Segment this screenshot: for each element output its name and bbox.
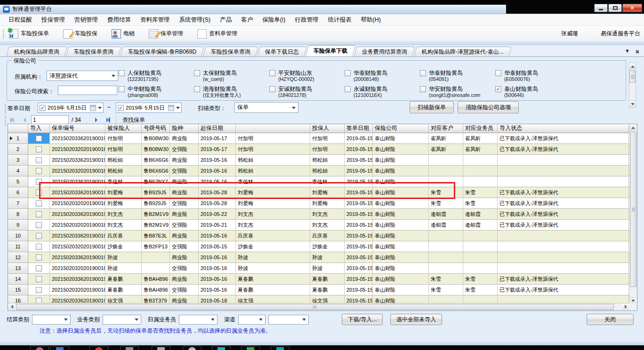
cell-owner_name[interactable]: 孙波: [236, 252, 310, 263]
cell-salesman[interactable]: 朱雪: [463, 198, 498, 209]
cell-insurer[interactable]: 泰山财险: [373, 155, 429, 166]
cell-applicant[interactable]: 刘文杰: [310, 220, 345, 231]
chevron-down-icon[interactable]: [98, 107, 102, 111]
cell-start_date[interactable]: 2019-05-18: [199, 295, 236, 303]
row-header[interactable]: 4: [8, 166, 28, 176]
cell-plate_no[interactable]: 鲁B6X6G6: [142, 166, 170, 176]
cell-start_date[interactable]: 2019-05-22: [199, 209, 236, 220]
cell-customer[interactable]: 朱雪: [429, 274, 463, 285]
cell-salesman[interactable]: 逄朝霞: [463, 209, 498, 220]
cell-owner_name[interactable]: 沙焕金: [236, 241, 310, 252]
cell-policy_no[interactable]: 202150203362019001948: [50, 295, 105, 303]
cell-start_date[interactable]: 2019-05-16: [199, 252, 236, 263]
cell-risk_type[interactable]: 商业险: [170, 209, 199, 220]
cell-policy_no[interactable]: 202150203362019001934: [50, 252, 105, 263]
cell-policy_no[interactable]: 202150203202019001851: [50, 285, 105, 295]
cell-insurer[interactable]: 泰山财险: [373, 231, 429, 241]
cell-start_date[interactable]: 2019-05-16: [199, 231, 236, 241]
taskbar-item-8[interactable]: [271, 346, 290, 350]
cell-import_status[interactable]: [498, 166, 629, 176]
cell-sign_date[interactable]: 2019-05-15: [345, 220, 373, 231]
scroll-down-icon[interactable]: [629, 101, 636, 107]
car-policy-edit-button[interactable]: 车险投保: [61, 28, 99, 40]
checkbox-icon[interactable]: [36, 211, 42, 217]
taskbar-item-3[interactable]: [120, 346, 139, 350]
channel-sub-combo[interactable]: [268, 315, 309, 325]
checkbox-icon[interactable]: [36, 276, 42, 282]
cell-salesman[interactable]: [463, 176, 498, 187]
cell-owner_name[interactable]: 刘文杰: [236, 209, 310, 220]
row-header[interactable]: 16: [8, 295, 28, 303]
cell-insurer[interactable]: 泰山财险: [373, 263, 429, 274]
cell-plate_no[interactable]: 鲁BAH896: [142, 274, 170, 285]
menu-item-4[interactable]: 资料库管理: [136, 15, 175, 25]
cell-insured[interactable]: 韩松娟: [105, 166, 142, 176]
menu-item-0[interactable]: 日程提醒: [4, 15, 37, 25]
row-header[interactable]: 1: [8, 133, 28, 143]
cell-import_status[interactable]: [498, 241, 629, 252]
checkbox-icon[interactable]: [119, 86, 125, 92]
cell-applicant[interactable]: 吕庆喜: [310, 231, 345, 241]
cell-import_status[interactable]: 已下载或录入-泽慧源保代: [498, 144, 629, 155]
cell-sign_date[interactable]: 2019-05-15: [345, 231, 373, 241]
company-checkbox-3[interactable]: 渤海财险黄岛(仅支持批量导入): [194, 85, 269, 101]
checkbox-icon[interactable]: [420, 86, 426, 92]
cell-owner_name[interactable]: 刘爱梅: [236, 198, 310, 209]
toolbar-grip[interactable]: [2, 29, 5, 39]
cell-plate_no[interactable]: 鲁B2M1V9: [142, 209, 170, 220]
checkbox-icon[interactable]: [194, 86, 200, 92]
menu-item-6[interactable]: 产品: [215, 15, 236, 25]
cell-import_status[interactable]: 已下载或录入-泽慧源保代: [498, 274, 629, 285]
cell-start_date[interactable]: 2019-05-16: [199, 155, 236, 166]
scroll-left-icon[interactable]: [8, 303, 15, 310]
checkbox-icon[interactable]: [269, 70, 275, 76]
cell-insured[interactable]: 孙波: [105, 263, 142, 274]
cell-policy_no[interactable]: 202150203362019001946: [50, 155, 105, 166]
cell-import[interactable]: [28, 144, 50, 154]
cell-risk_type[interactable]: 商业险: [170, 231, 199, 241]
row-header[interactable]: 14: [8, 274, 28, 284]
cell-policy_no[interactable]: 202150203362019001935: [50, 209, 105, 220]
table-row-11[interactable]: 11202150203202019001859沙焕金鲁B2FP13交强险2019…: [8, 241, 629, 252]
sign-date-to-picker[interactable]: 2019年 5月15日: [116, 103, 182, 113]
company-checkbox-5[interactable]: 安诚财险黄岛(184021278): [269, 85, 345, 101]
cell-import_status[interactable]: [498, 295, 629, 303]
row-header[interactable]: 15: [8, 285, 28, 295]
column-header-applicant[interactable]: 投保人: [310, 124, 345, 133]
clear-company-selection-button[interactable]: 清除保险公司选项: [458, 101, 519, 113]
cell-sign_date[interactable]: 2019-05-15: [345, 144, 373, 155]
menu-item-11[interactable]: 帮助(H): [356, 15, 385, 25]
cell-risk_type[interactable]: 交强险: [170, 198, 199, 209]
cell-applicant[interactable]: 夏春鹏: [310, 274, 345, 285]
cell-import[interactable]: [28, 274, 50, 284]
cell-insured[interactable]: 沙焕金: [105, 241, 142, 252]
cell-insurer[interactable]: 泰山财险: [373, 198, 429, 209]
cell-policy_no[interactable]: 202150203362019001938: [50, 274, 105, 285]
tab-7[interactable]: 机构保险品牌-泽慧源保代-泰山...: [414, 47, 512, 56]
cell-plate_no[interactable]: 鲁B08W30: [142, 144, 170, 155]
last-page-button[interactable]: [103, 115, 114, 124]
menu-item-1[interactable]: 投保管理: [37, 15, 70, 25]
column-header-start_date[interactable]: 起保日期: [199, 124, 236, 133]
next-page-button[interactable]: [90, 115, 102, 124]
taskbar-item-2[interactable]: [89, 346, 108, 350]
column-header-owner_name[interactable]: [236, 124, 310, 133]
cell-risk_type[interactable]: 商业险: [170, 295, 199, 303]
checkbox-icon[interactable]: [36, 135, 42, 142]
tab-close-icon[interactable]: ×: [636, 48, 639, 56]
table-row-16[interactable]: 16202150203362019001948徐文强鲁B3T379商业险2019…: [8, 295, 629, 303]
checkbox-icon[interactable]: [495, 86, 501, 92]
row-header[interactable]: 13: [8, 263, 28, 273]
menu-item-10[interactable]: 统计报表: [323, 15, 356, 25]
cell-plate_no[interactable]: 鲁B3T379: [142, 295, 170, 303]
table-row-15[interactable]: 15202150203202019001851夏春鹏鲁BAH896交强险2019…: [8, 285, 629, 295]
cell-import_status[interactable]: 已下载或录入-泽慧源保代: [498, 187, 629, 198]
row-header[interactable]: 12: [8, 252, 28, 262]
date-from-checkbox[interactable]: [40, 105, 46, 111]
settle-type-combo[interactable]: [32, 315, 71, 325]
cell-sign_date[interactable]: 2019-05-15: [345, 263, 373, 274]
cell-policy_no[interactable]: 202150203202019001849: [50, 220, 105, 231]
cell-applicant[interactable]: 刘爱梅: [310, 198, 345, 209]
chevron-down-icon[interactable]: [176, 107, 180, 111]
row-header[interactable]: 7: [8, 198, 28, 208]
